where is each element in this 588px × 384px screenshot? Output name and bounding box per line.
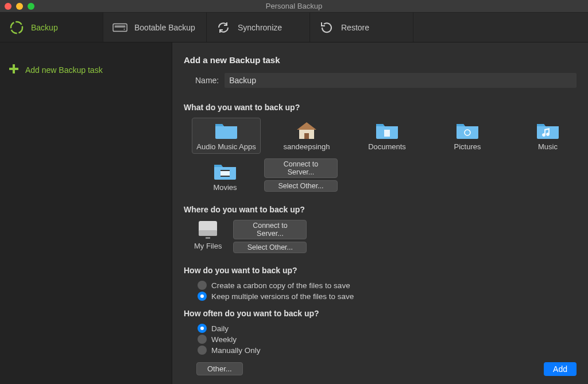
tab-backup-label: Backup — [31, 23, 58, 32]
source-documents[interactable]: Documents — [353, 118, 421, 154]
source-movies[interactable]: Movies — [196, 158, 254, 195]
section-what: What do you want to back up? — [184, 103, 577, 112]
other-schedule-button[interactable]: Other... — [196, 362, 243, 375]
svg-point-3 — [124, 28, 125, 29]
source-audio-label: Audio Music Apps — [196, 142, 256, 151]
svg-rect-12 — [220, 176, 230, 177]
radio-daily[interactable]: Daily — [198, 324, 577, 333]
titlebar: Personal Backup — [0, 0, 588, 13]
tab-restore-label: Restore — [341, 23, 369, 32]
radio-daily-label: Daily — [211, 324, 229, 333]
plus-icon — [8, 63, 20, 76]
tab-restore[interactable]: Restore — [310, 13, 413, 42]
select-other-button-dest[interactable]: Select Other... — [233, 242, 307, 253]
source-pictures[interactable]: Pictures — [433, 118, 502, 154]
svg-rect-5 — [9, 68, 18, 70]
sidebar: Add new Backup task — [0, 42, 172, 384]
svg-rect-8 — [384, 130, 390, 137]
radio-weekly[interactable]: Weekly — [198, 335, 577, 344]
radio-keep-versions[interactable]: Keep multiple versions of the files to s… — [198, 292, 577, 301]
add-button[interactable]: Add — [544, 362, 577, 376]
bootable-icon — [113, 20, 127, 35]
radio-icon — [198, 346, 207, 355]
tab-synchronize[interactable]: Synchronize — [207, 13, 310, 42]
source-music[interactable]: Music — [513, 118, 582, 154]
page-title: Add a new Backup task — [184, 55, 577, 65]
radio-weekly-label: Weekly — [211, 335, 237, 344]
svg-rect-2 — [115, 25, 126, 28]
backup-icon — [9, 20, 24, 35]
add-backup-task-label: Add new Backup task — [25, 65, 103, 75]
restore-icon — [319, 20, 334, 35]
source-pictures-label: Pictures — [454, 142, 481, 151]
sync-icon — [216, 20, 231, 35]
tab-sync-label: Synchronize — [238, 23, 282, 32]
section-where: Where do you want to back up? — [184, 205, 577, 214]
name-label: Name: — [195, 76, 219, 85]
add-backup-task-button[interactable]: Add new Backup task — [0, 54, 172, 86]
radio-icon — [198, 281, 207, 290]
radio-icon — [198, 324, 207, 333]
destination-myfiles-label: My Files — [194, 242, 222, 250]
svg-point-0 — [11, 22, 22, 33]
source-music-label: Music — [538, 142, 558, 151]
tab-bootable-label: Bootable Backup — [134, 23, 195, 32]
source-home-label: sandeepsingh — [284, 142, 330, 151]
toolbar: Backup Bootable Backup Synchronize Resto… — [0, 13, 588, 42]
svg-rect-11 — [220, 170, 230, 171]
radio-versions-label: Keep multiple versions of the files to s… — [211, 292, 354, 301]
radio-icon — [198, 292, 207, 301]
select-other-button-src[interactable]: Select Other... — [264, 180, 338, 192]
source-audio-music-apps[interactable]: Audio Music Apps — [192, 118, 261, 154]
destination-myfiles[interactable]: My Files — [194, 220, 222, 250]
connect-server-button-dest[interactable]: Connect to Server... — [233, 220, 307, 239]
tab-backup[interactable]: Backup — [0, 13, 103, 42]
radio-carbon-label: Create a carbon copy of the files to sav… — [211, 281, 350, 290]
section-when: How often do you want to back up? — [184, 309, 577, 318]
radio-carbon-copy[interactable]: Create a carbon copy of the files to sav… — [198, 281, 577, 290]
source-documents-label: Documents — [368, 142, 406, 151]
radio-manually[interactable]: Manually Only — [198, 346, 577, 355]
radio-icon — [198, 335, 207, 344]
main-panel: Add a new Backup task Name: What do you … — [172, 42, 588, 384]
radio-manually-label: Manually Only — [211, 346, 261, 355]
source-movies-label: Movies — [213, 183, 237, 192]
section-how: How do you want to back up? — [184, 266, 577, 275]
svg-rect-7 — [304, 133, 309, 139]
svg-rect-14 — [199, 230, 217, 236]
source-home[interactable]: sandeepsingh — [272, 118, 341, 154]
tab-bootable[interactable]: Bootable Backup — [103, 13, 207, 42]
connect-server-button-src[interactable]: Connect to Server... — [264, 158, 338, 178]
name-input[interactable] — [225, 73, 577, 88]
window-title: Personal Backup — [0, 2, 588, 10]
svg-rect-15 — [206, 237, 210, 239]
